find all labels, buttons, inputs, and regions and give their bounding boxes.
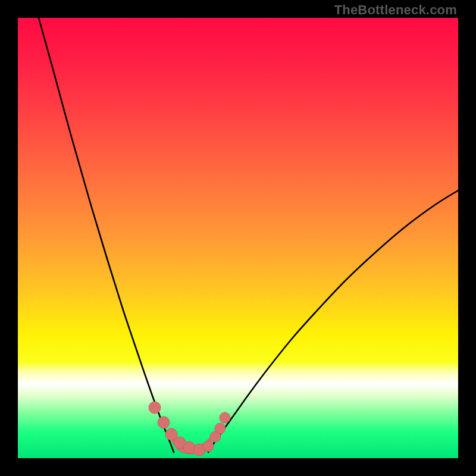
watermark-text: TheBottleneck.com: [334, 2, 457, 18]
marker-dot: [203, 441, 214, 452]
left-curve-line: [39, 18, 174, 452]
marker-dot: [220, 412, 230, 423]
chart-frame: TheBottleneck.com: [0, 0, 476, 476]
right-curve-line: [208, 190, 458, 452]
marker-dot: [215, 423, 226, 434]
marker-dot: [149, 402, 161, 414]
plot-area: [18, 18, 458, 458]
marker-dots: [149, 402, 230, 456]
curve-layer: [18, 18, 458, 458]
marker-dot: [158, 416, 170, 428]
